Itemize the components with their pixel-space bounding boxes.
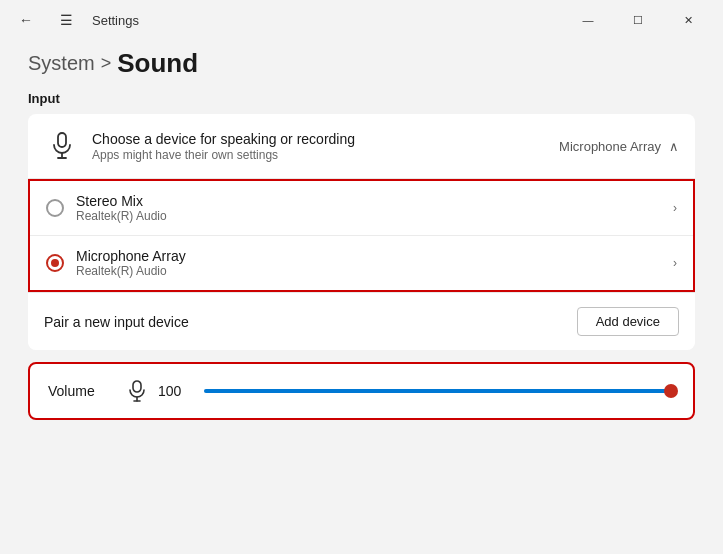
device-header-title: Choose a device for speaking or recordin… [92, 131, 559, 147]
microphone-icon [44, 128, 80, 164]
pair-device-label: Pair a new input device [44, 314, 189, 330]
device-item-microphone-array[interactable]: Microphone Array Realtek(R) Audio › [30, 236, 693, 290]
volume-panel: Volume 100 [28, 362, 695, 420]
input-section-label: Input [28, 91, 695, 106]
breadcrumb-system[interactable]: System [28, 52, 95, 75]
microphone-array-name: Microphone Array [76, 248, 673, 264]
svg-rect-3 [133, 381, 141, 392]
title-bar-left: ← ☰ Settings [12, 6, 139, 34]
radio-inner-dot [51, 259, 59, 267]
choose-device-header[interactable]: Choose a device for speaking or recordin… [28, 114, 695, 179]
chevron-right-icon-2: › [673, 256, 677, 270]
volume-slider-track[interactable] [204, 389, 671, 393]
breadcrumb: System > Sound [0, 40, 723, 83]
device-header-text: Choose a device for speaking or recordin… [92, 131, 559, 162]
volume-slider-fill [204, 389, 671, 393]
radio-microphone-array [46, 254, 64, 272]
stereo-mix-info: Stereo Mix Realtek(R) Audio [76, 193, 673, 223]
app-title: Settings [92, 13, 139, 28]
microphone-array-info: Microphone Array Realtek(R) Audio [76, 248, 673, 278]
chevron-down-icon: ∧ [669, 139, 679, 154]
breadcrumb-current: Sound [117, 48, 198, 79]
volume-slider-thumb[interactable] [664, 384, 678, 398]
volume-mic-icon [128, 380, 146, 402]
maximize-button[interactable]: ☐ [615, 4, 661, 36]
stereo-mix-name: Stereo Mix [76, 193, 673, 209]
input-panel-container: Choose a device for speaking or recordin… [28, 114, 695, 350]
volume-value: 100 [158, 383, 188, 399]
device-header-sub: Apps might have their own settings [92, 148, 559, 162]
microphone-array-sub: Realtek(R) Audio [76, 264, 673, 278]
add-device-button[interactable]: Add device [577, 307, 679, 336]
device-item-stereo-mix[interactable]: Stereo Mix Realtek(R) Audio › [30, 181, 693, 236]
main-content: Input Choose a device for speaking or re… [0, 83, 723, 554]
selected-device-label: Microphone Array [559, 139, 661, 154]
title-bar: ← ☰ Settings — ☐ ✕ [0, 0, 723, 40]
radio-stereo-mix [46, 199, 64, 217]
close-button[interactable]: ✕ [665, 4, 711, 36]
device-list: Stereo Mix Realtek(R) Audio › Microphone… [28, 179, 695, 292]
stereo-mix-sub: Realtek(R) Audio [76, 209, 673, 223]
menu-button[interactable]: ☰ [52, 6, 80, 34]
svg-rect-0 [58, 133, 66, 147]
device-header-right: Microphone Array ∧ [559, 139, 679, 154]
back-button[interactable]: ← [12, 6, 40, 34]
minimize-button[interactable]: — [565, 4, 611, 36]
volume-label: Volume [48, 383, 108, 399]
chevron-right-icon: › [673, 201, 677, 215]
breadcrumb-separator: > [101, 53, 112, 74]
pair-device-row: Pair a new input device Add device [28, 292, 695, 350]
window-controls: — ☐ ✕ [565, 4, 711, 36]
